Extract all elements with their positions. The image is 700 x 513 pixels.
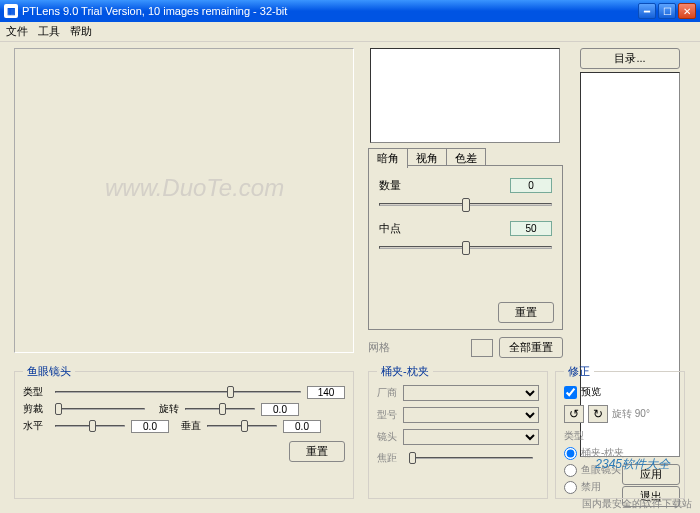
fisheye-group: 鱼眼镜头 类型 140 剪裁 旋转 0.0 水平 0.0 垂直 0.0 重置 [14,364,354,499]
correct-type-label: 类型 [564,429,676,443]
rotate90-label: 旋转 90° [612,407,650,421]
fe-rot-label: 旋转 [159,402,179,416]
fe-rot-slider[interactable] [185,403,255,415]
app-icon: ▦ [4,4,18,18]
fe-rot-value[interactable]: 0.0 [261,403,299,416]
fe-horiz-slider[interactable] [55,420,125,432]
focal-slider[interactable] [409,452,533,464]
model-select[interactable] [403,407,539,423]
lens-select[interactable] [403,429,539,445]
rotate-cw-button[interactable]: ↻ [588,405,608,423]
menu-tools[interactable]: 工具 [38,24,60,39]
lens-label: 镜头 [377,430,403,444]
amount-slider[interactable] [379,197,552,211]
titlebar: ▦ PTLens 9.0 Trial Version, 10 images re… [0,0,700,22]
correct-group: 修正 预览 ↺ ↻ 旋转 90° 类型 桶夹-枕夹 鱼眼镜头 禁用 [555,364,685,499]
fe-type-value[interactable]: 140 [307,386,345,399]
barrel-legend: 桶夹-枕夹 [377,364,433,379]
radio-fisheye[interactable] [564,464,577,477]
radio-disable[interactable] [564,481,577,494]
directory-button[interactable]: 目录... [580,48,680,69]
barrel-group: 桶夹-枕夹 厂商 型号 镜头 焦距 [368,364,548,499]
fe-crop-label: 剪裁 [23,402,49,416]
minimize-button[interactable]: ━ [638,3,656,19]
rotate-ccw-button[interactable]: ↺ [564,405,584,423]
preview-label: 预览 [581,385,601,399]
vignette-reset-button[interactable]: 重置 [498,302,554,323]
maker-label: 厂商 [377,386,403,400]
close-button[interactable]: ✕ [678,3,696,19]
amount-value[interactable]: 0 [510,178,552,193]
fe-type-label: 类型 [23,385,49,399]
maximize-button[interactable]: ☐ [658,3,676,19]
midpoint-slider[interactable] [379,240,552,254]
menu-file[interactable]: 文件 [6,24,28,39]
maker-select[interactable] [403,385,539,401]
fe-vert-slider[interactable] [207,420,277,432]
footer-text: 国内最安全的软件下载站 [582,497,692,511]
reset-all-button[interactable]: 全部重置 [499,337,563,358]
focal-label: 焦距 [377,451,403,465]
radio-disable-label: 禁用 [581,480,601,494]
midpoint-value[interactable]: 50 [510,221,552,236]
grid-row: 网格 全部重置 [368,337,563,358]
amount-label: 数量 [379,178,409,193]
fisheye-reset-button[interactable]: 重置 [289,441,345,462]
preview-small [370,48,560,143]
model-label: 型号 [377,408,403,422]
fe-vert-label: 垂直 [181,419,201,433]
vignette-panel: 数量 0 中点 50 重置 [368,165,563,330]
brand-logo: 2345软件大全 [595,456,670,473]
fe-horiz-label: 水平 [23,419,49,433]
midpoint-label: 中点 [379,221,409,236]
radio-barrel[interactable] [564,447,577,460]
window-title: PTLens 9.0 Trial Version, 10 images rema… [22,5,638,17]
fe-horiz-value[interactable]: 0.0 [131,420,169,433]
grid-color-box[interactable] [471,339,493,357]
fe-type-slider[interactable] [55,386,301,398]
preview-large: www.DuoTe.com [14,48,354,353]
correct-legend: 修正 [564,364,594,379]
fisheye-legend: 鱼眼镜头 [23,364,75,379]
grid-label: 网格 [368,340,390,355]
preview-checkbox[interactable] [564,386,577,399]
menubar: 文件 工具 帮助 [0,22,700,42]
menu-help[interactable]: 帮助 [70,24,92,39]
tab-vignette[interactable]: 暗角 [368,148,408,168]
fe-vert-value[interactable]: 0.0 [283,420,321,433]
watermark: www.DuoTe.com [105,174,284,202]
fe-crop-slider[interactable] [55,403,145,415]
